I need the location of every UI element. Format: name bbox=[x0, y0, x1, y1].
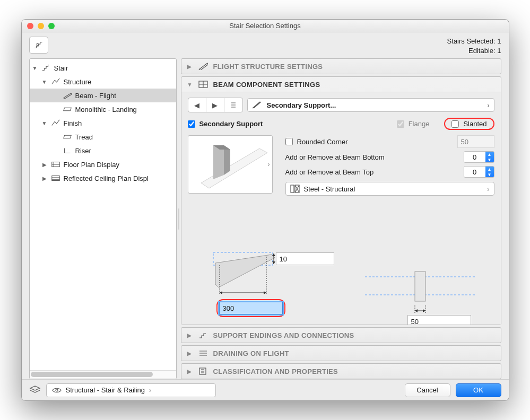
rounded-corner-checkbox[interactable]: Rounded Corner bbox=[285, 138, 348, 146]
tree-item-riser[interactable]: Riser bbox=[30, 144, 176, 158]
front-dimension-input[interactable]: 50 bbox=[407, 315, 471, 325]
navigation-tree: Stair Structure Beam - Flight bbox=[29, 58, 177, 379]
beam-properties: Rounded Corner 50 Add or Remove at Beam … bbox=[285, 135, 494, 196]
svg-marker-4 bbox=[213, 145, 224, 179]
tree-item-beam-flight[interactable]: Beam - Flight bbox=[30, 89, 176, 102]
section-header[interactable]: FLIGHT STRUCTURE SETTINGS bbox=[181, 59, 501, 74]
chevron-right-icon: › bbox=[487, 185, 489, 193]
list-button[interactable] bbox=[224, 98, 242, 112]
tree-label: Riser bbox=[75, 147, 176, 155]
beam-icon bbox=[63, 92, 72, 99]
dialog-footer: Structural - Stair & Railing › Cancel OK bbox=[22, 379, 509, 400]
slanted-checkbox[interactable]: Slanted bbox=[451, 120, 486, 128]
add-bottom-label: Add or Remove at Beam Bottom bbox=[285, 153, 461, 161]
tree-label: Beam - Flight bbox=[75, 92, 176, 100]
tree-item-tread[interactable]: Tread bbox=[30, 130, 176, 144]
rcp-icon bbox=[51, 174, 60, 182]
preview-image bbox=[193, 138, 267, 191]
disclosure-triangle-icon[interactable] bbox=[187, 369, 193, 374]
horizontal-scrollbar[interactable] bbox=[30, 370, 176, 379]
disclosure-triangle-icon[interactable] bbox=[41, 176, 48, 181]
structure-icon bbox=[51, 78, 60, 85]
svg-point-13 bbox=[56, 389, 58, 391]
section-header[interactable]: BEAM COMPONENT SETTINGS bbox=[181, 77, 501, 92]
section-beam-component: BEAM COMPONENT SETTINGS ◀ ▶ bbox=[181, 76, 501, 325]
prev-button[interactable]: ◀ bbox=[188, 98, 206, 112]
disclosure-triangle-icon[interactable] bbox=[187, 64, 193, 69]
panel-splitter[interactable] bbox=[177, 58, 181, 379]
stepper-arrows[interactable]: ▲▼ bbox=[485, 167, 494, 177]
classification-icon bbox=[198, 367, 208, 375]
tree-item-finish[interactable]: Finish bbox=[30, 116, 176, 130]
add-top-label: Add or Remove at Beam Top bbox=[285, 168, 461, 176]
disclosure-triangle-icon[interactable] bbox=[41, 79, 48, 85]
checkbox-label: Rounded Corner bbox=[297, 138, 348, 146]
settings-window: Stair Selection Settings Stairs Selected… bbox=[21, 19, 509, 401]
disclosure-triangle-icon[interactable] bbox=[187, 82, 193, 88]
checkbox-label: Slanted bbox=[463, 120, 486, 128]
layer-selector[interactable]: Structural - Stair & Railing › bbox=[46, 383, 216, 397]
next-button[interactable]: ▶ bbox=[206, 98, 224, 112]
floor-plan-icon bbox=[51, 161, 60, 168]
disclosure-triangle-icon[interactable] bbox=[32, 65, 38, 71]
section-header[interactable]: SUPPORT ENDINGS AND CONNECTIONS bbox=[181, 328, 501, 343]
stepper-value[interactable]: 0 bbox=[464, 167, 485, 177]
beam-component-icon bbox=[198, 80, 208, 89]
chevron-right-icon: › bbox=[487, 101, 489, 109]
tread-icon bbox=[63, 133, 72, 141]
tree-label: Floor Plan Display bbox=[64, 161, 176, 169]
disclosure-triangle-icon[interactable] bbox=[187, 332, 193, 338]
section-header[interactable]: DRAINING ON FLIGHT bbox=[181, 346, 501, 361]
disclosure-triangle-icon[interactable] bbox=[41, 120, 48, 126]
stepper-arrows[interactable]: ▲▼ bbox=[485, 152, 494, 162]
section-title: SUPPORT ENDINGS AND CONNECTIONS bbox=[213, 331, 354, 339]
nav-segment: ◀ ▶ bbox=[188, 98, 243, 112]
side-main-dimension-input[interactable]: 300 bbox=[219, 302, 283, 314]
component-preview[interactable]: › bbox=[188, 135, 273, 194]
checkbox-label: Flange bbox=[409, 120, 430, 128]
component-selector[interactable]: Secondary Support... › bbox=[247, 98, 494, 112]
add-bottom-stepper[interactable]: 0 ▲▼ bbox=[464, 151, 494, 163]
chevron-right-icon: › bbox=[268, 161, 270, 168]
window-title: Stair Selection Settings bbox=[22, 22, 509, 30]
section-header[interactable]: CLASSIFICATION AND PROPERTIES bbox=[181, 364, 501, 379]
layer-indicator-icon bbox=[29, 385, 41, 395]
scrollbar-thumb[interactable] bbox=[31, 372, 153, 377]
checkbox-input[interactable] bbox=[188, 120, 195, 128]
component-nav: ◀ ▶ Secondary Support... › bbox=[188, 98, 494, 112]
ok-button[interactable]: OK bbox=[456, 383, 501, 397]
tree-item-floor-plan-display[interactable]: Floor Plan Display bbox=[30, 158, 176, 171]
stepper-value[interactable]: 0 bbox=[464, 152, 485, 162]
tree-item-monolithic-landing[interactable]: Monolithic - Landing bbox=[30, 102, 176, 116]
tree-item-structure[interactable]: Structure bbox=[30, 75, 176, 89]
draining-icon bbox=[198, 349, 208, 357]
flange-checkbox[interactable]: Flange bbox=[397, 120, 430, 128]
preview-and-properties: › Rounded Corner 50 bbox=[188, 135, 494, 196]
svg-marker-5 bbox=[224, 145, 230, 175]
favorites-button[interactable] bbox=[29, 37, 48, 54]
checkbox-input[interactable] bbox=[451, 120, 459, 128]
settings-panel: FLIGHT STRUCTURE SETTINGS BEAM COMPONENT… bbox=[181, 58, 501, 379]
disclosure-triangle-icon[interactable] bbox=[41, 162, 48, 168]
side-top-dimension-input[interactable]: 10 bbox=[276, 252, 334, 265]
tree-item-stair[interactable]: Stair bbox=[30, 61, 176, 75]
svg-marker-3 bbox=[201, 148, 267, 188]
secondary-support-checkbox[interactable]: Secondary Support bbox=[188, 120, 263, 128]
slanted-highlight: Slanted bbox=[444, 118, 494, 130]
tree-item-reflected-ceiling-plan-display[interactable]: Reflected Ceiling Plan Displ bbox=[30, 171, 176, 185]
section-draining: DRAINING ON FLIGHT bbox=[181, 345, 501, 361]
list-icon bbox=[230, 101, 237, 109]
svg-marker-10 bbox=[215, 255, 275, 287]
layer-name: Structural - Stair & Railing bbox=[66, 386, 145, 394]
flight-structure-icon bbox=[198, 62, 208, 71]
svg-rect-7 bbox=[291, 185, 294, 192]
tree-label: Reflected Ceiling Plan Displ bbox=[64, 174, 176, 182]
checkbox-input[interactable] bbox=[285, 138, 293, 145]
disclosure-triangle-icon[interactable] bbox=[187, 351, 193, 356]
checkbox-input bbox=[397, 120, 404, 128]
chevron-right-icon: › bbox=[149, 386, 151, 394]
material-selector[interactable]: Steel - Structural › bbox=[285, 182, 494, 196]
cancel-button[interactable]: Cancel bbox=[405, 383, 450, 397]
front-dimension-preview: 50 bbox=[362, 269, 479, 317]
add-top-stepper[interactable]: 0 ▲▼ bbox=[464, 166, 494, 178]
